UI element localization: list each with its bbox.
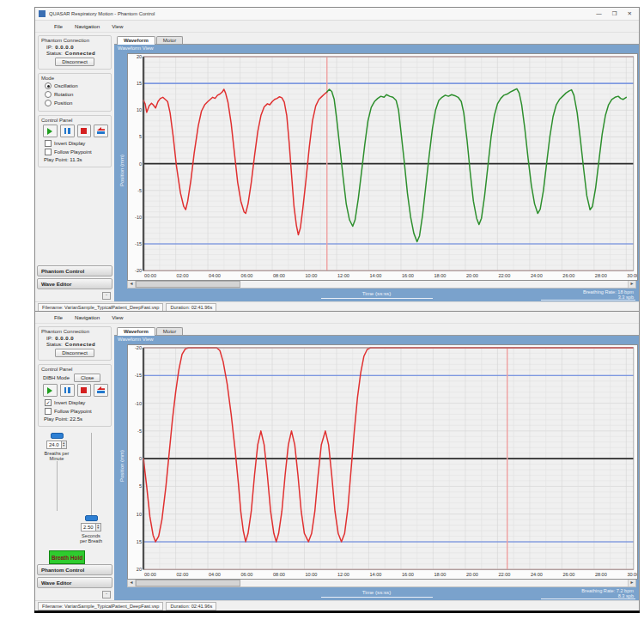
disconnect-button[interactable]: Disconnect	[55, 58, 94, 66]
svg-text:00:00: 00:00	[144, 273, 156, 278]
svg-text:10: 10	[137, 512, 142, 517]
follow-playpoint-checkbox[interactable]: Follow Playpoint	[45, 149, 108, 155]
accordion-phantom-control[interactable]: Phantom Control	[37, 265, 112, 276]
radio-icon[interactable]	[45, 100, 52, 106]
status-value: Connected	[65, 51, 96, 56]
sync-phantom-button[interactable]	[94, 384, 108, 397]
accordion-wave-editor[interactable]: Wave Editor	[37, 278, 112, 289]
svg-text:18:00: 18:00	[434, 273, 446, 278]
play-button[interactable]	[43, 384, 58, 397]
scrollbar-track[interactable]	[136, 281, 628, 288]
play-icon	[47, 128, 52, 135]
play-button[interactable]	[43, 125, 58, 137]
maximize-icon[interactable]: ❐	[612, 10, 617, 17]
title-bar[interactable]: QUASAR Respiratory Motion - Phantom Cont…	[35, 8, 639, 21]
radio-oscillation[interactable]: Oscillation	[45, 82, 108, 89]
scroll-left-icon[interactable]: ◄	[128, 580, 136, 586]
spb-value[interactable]: 2.50	[81, 523, 96, 532]
status-duration: Duration: 02:41.96s	[166, 602, 216, 611]
svg-text:14:00: 14:00	[369, 572, 381, 577]
collapse-button[interactable]: -	[102, 591, 111, 598]
svg-text:10:00: 10:00	[305, 572, 317, 577]
sync-phantom-button[interactable]	[94, 125, 108, 137]
bpm-slider-handle[interactable]	[51, 433, 64, 439]
scroll-left-icon[interactable]: ◄	[128, 281, 136, 288]
svg-text:30:00: 30:00	[627, 273, 638, 278]
radio-label: Position	[54, 100, 72, 106]
radio-icon[interactable]	[45, 82, 52, 89]
chart-h-scrollbar[interactable]: ◄ ►	[127, 281, 636, 289]
spb-slider-track[interactable]	[91, 433, 92, 515]
scroll-right-icon[interactable]: ►	[628, 580, 635, 586]
stop-icon	[81, 387, 87, 393]
menu-file[interactable]: File	[54, 314, 63, 320]
menu-view[interactable]: View	[112, 314, 123, 320]
spinner-arrows-icon[interactable]: ▲▼	[96, 523, 101, 532]
scrollbar-track[interactable]	[136, 580, 628, 586]
radio-label: Oscillation	[54, 83, 78, 88]
radio-icon[interactable]	[45, 91, 52, 98]
close-dibh-button[interactable]: Close	[74, 374, 100, 382]
invert-display-checkbox[interactable]: Invert Display	[45, 140, 108, 147]
checkbox-icon[interactable]	[45, 408, 52, 415]
disconnect-button[interactable]: Disconnect	[55, 349, 94, 357]
close-icon[interactable]: ✕	[628, 10, 632, 17]
svg-text:18:00: 18:00	[434, 572, 446, 577]
checkbox-icon[interactable]	[45, 149, 52, 155]
invert-display-checkbox[interactable]: ✓ Invert Display	[45, 399, 108, 406]
breath-hold-button[interactable]: Breath Hold	[49, 550, 85, 564]
sync-phantom-icon	[96, 386, 106, 394]
tab-motor[interactable]: Motor	[156, 36, 183, 44]
collapse-button[interactable]: -	[102, 292, 111, 300]
rate-underline	[541, 598, 635, 599]
radio-rotation[interactable]: Rotation	[45, 91, 108, 98]
follow-playpoint-checkbox[interactable]: Follow Playpoint	[45, 408, 108, 415]
waveform-panel: Waveform View Position (mm) -20-15-10-50…	[114, 336, 639, 600]
tab-strip: Waveform Motor	[114, 33, 639, 45]
stop-button[interactable]	[77, 384, 92, 397]
spb-slider-handle[interactable]	[85, 515, 98, 521]
ip-value: 0.0.0.0	[55, 45, 74, 50]
pause-button[interactable]	[60, 125, 75, 137]
svg-text:30:00: 30:00	[627, 572, 638, 577]
window-title: QUASAR Respiratory Motion - Phantom Cont…	[49, 11, 596, 16]
checkbox-icon[interactable]: ✓	[45, 399, 52, 406]
menu-file[interactable]: File	[54, 23, 63, 29]
svg-text:-20: -20	[135, 345, 142, 350]
bpm-spinbox[interactable]: 24.0 ▲▼	[46, 440, 67, 449]
stop-button[interactable]	[77, 125, 92, 137]
menu-navigation[interactable]: Navigation	[75, 23, 100, 29]
accordion-wave-editor[interactable]: Wave Editor	[37, 577, 112, 588]
ip-value: 0.0.0.0	[55, 336, 74, 341]
bpm-slider-column: 24.0 ▲▼ Breaths per Minute	[44, 433, 70, 544]
radio-position[interactable]: Position	[45, 100, 108, 106]
panel-title: Waveform View	[114, 45, 639, 53]
bpm-value[interactable]: 24.0	[46, 440, 62, 449]
status-duration: Duration: 02:41.96s	[166, 303, 216, 312]
radio-label: Rotation	[54, 92, 73, 97]
scrollbar-thumb[interactable]	[136, 281, 240, 288]
svg-text:-10: -10	[135, 401, 142, 406]
spb-spinbox[interactable]: 2.50 ▲▼	[81, 523, 101, 532]
time-underline	[321, 298, 433, 299]
tab-motor[interactable]: Motor	[156, 327, 183, 335]
panel-footer: Time (ss:ss) Breathing Rate: 18 bpm 3.3 …	[114, 289, 639, 301]
menu-navigation[interactable]: Navigation	[75, 314, 100, 320]
scroll-right-icon[interactable]: ►	[628, 281, 635, 288]
pause-button[interactable]	[60, 384, 75, 397]
waveform-chart[interactable]: -20-15-10-50510152000:0002:0004:0006:000…	[127, 344, 638, 580]
tab-waveform[interactable]: Waveform	[117, 36, 155, 45]
scrollbar-thumb[interactable]	[136, 580, 240, 586]
minimize-icon[interactable]: —	[596, 10, 602, 17]
waveform-chart[interactable]: 20151050-5-10-15-2000:0002:0004:0006:000…	[127, 53, 638, 281]
tab-waveform[interactable]: Waveform	[117, 327, 155, 336]
checkbox-label: Follow Playpoint	[54, 409, 92, 414]
checkbox-label: Invert Display	[54, 141, 85, 146]
checkbox-icon[interactable]	[45, 140, 52, 147]
accordion-phantom-control[interactable]: Phantom Control	[37, 564, 112, 575]
menu-bar: File Navigation View	[35, 312, 639, 324]
menu-view[interactable]: View	[112, 23, 123, 29]
bpm-slider-track[interactable]	[57, 461, 58, 511]
chart-h-scrollbar[interactable]: ◄ ►	[127, 580, 636, 587]
spinner-arrows-icon[interactable]: ▲▼	[62, 440, 67, 449]
